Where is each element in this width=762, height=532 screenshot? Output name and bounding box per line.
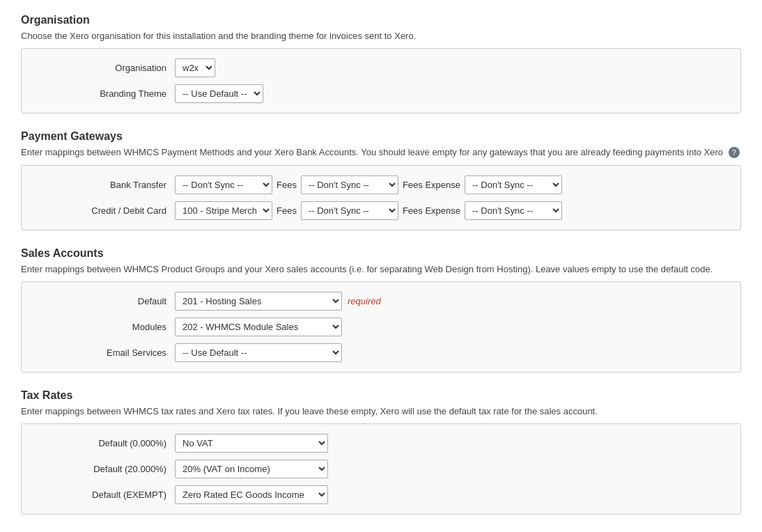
modules-sales-row: Modules 202 - WHMCS Module Sales	[36, 318, 726, 336]
credit-debit-fees-expense-label: Fees Expense	[403, 205, 460, 216]
sales-accounts-section: Sales Accounts Enter mappings between WH…	[21, 247, 741, 373]
organisation-select[interactable]: w2x	[175, 58, 215, 77]
payment-gateways-description: Enter mappings between WHMCS Payment Met…	[21, 147, 741, 158]
required-badge: required	[348, 296, 381, 306]
tax-rates-section: Tax Rates Enter mappings between WHMCS t…	[21, 389, 741, 515]
organisation-row: Organisation w2x	[36, 58, 726, 77]
default-exempt-row: Default (EXEMPT) Zero Rated EC Goods Inc…	[36, 485, 726, 504]
organisation-title: Organisation	[21, 14, 741, 26]
email-services-label: Email Services	[36, 347, 175, 358]
credit-debit-fees-label: Fees	[277, 205, 297, 216]
branding-theme-row: Branding Theme -- Use Default --	[36, 84, 726, 103]
default-exempt-label: Default (EXEMPT)	[36, 490, 175, 500]
default-0-label: Default (0.000%)	[36, 438, 175, 448]
payment-gateways-section: Payment Gateways Enter mappings between …	[21, 130, 741, 230]
credit-debit-account-select[interactable]: 100 - Stripe Mercha...	[175, 201, 272, 220]
branding-theme-label: Branding Theme	[36, 88, 175, 99]
sales-accounts-description: Enter mappings between WHMCS Product Gro…	[21, 264, 741, 274]
bank-transfer-label: Bank Transfer	[36, 180, 175, 190]
modules-sales-label: Modules	[36, 322, 175, 332]
default-sales-select[interactable]: 201 - Hosting Sales	[175, 292, 342, 311]
email-services-select[interactable]: -- Use Default --	[175, 343, 342, 362]
bank-transfer-fees-expense-select[interactable]: -- Don't Sync --	[465, 175, 562, 194]
payment-gateways-title: Payment Gateways	[21, 130, 741, 143]
bank-transfer-account-select[interactable]: -- Don't Sync --	[175, 175, 272, 194]
tax-rates-panel: Default (0.000%) No VAT Default (20.000%…	[21, 423, 741, 515]
email-services-row: Email Services -- Use Default --	[36, 343, 726, 362]
default-sales-row: Default 201 - Hosting Sales required	[36, 292, 726, 311]
payment-gateways-panel: Bank Transfer -- Don't Sync -- Fees -- D…	[21, 165, 741, 230]
default-20-select[interactable]: 20% (VAT on Income)	[175, 460, 328, 478]
default-sales-label: Default	[36, 296, 175, 306]
bank-transfer-fees-expense-label: Fees Expense	[403, 180, 460, 190]
bank-transfer-fees-label: Fees	[277, 180, 297, 190]
default-20-row: Default (20.000%) 20% (VAT on Income)	[36, 460, 726, 478]
credit-debit-fees-expense-select[interactable]: -- Don't Sync --	[465, 201, 562, 220]
modules-sales-select[interactable]: 202 - WHMCS Module Sales	[175, 318, 342, 336]
tax-rates-description: Enter mappings between WHMCS tax rates a…	[21, 406, 741, 416]
bank-transfer-row: Bank Transfer -- Don't Sync -- Fees -- D…	[36, 175, 726, 194]
sales-accounts-panel: Default 201 - Hosting Sales required Mod…	[21, 281, 741, 373]
organisation-description: Choose the Xero organisation for this in…	[21, 31, 741, 41]
organisation-section: Organisation Choose the Xero organisatio…	[21, 14, 741, 114]
credit-debit-fees-select[interactable]: -- Don't Sync --	[301, 201, 398, 220]
branding-theme-select[interactable]: -- Use Default --	[175, 84, 263, 103]
default-0-row: Default (0.000%) No VAT	[36, 434, 726, 453]
organisation-panel: Organisation w2x Branding Theme -- Use D…	[21, 48, 741, 114]
default-0-select[interactable]: No VAT	[175, 434, 328, 453]
default-20-label: Default (20.000%)	[36, 464, 175, 474]
organisation-label: Organisation	[36, 63, 175, 73]
tax-rates-title: Tax Rates	[21, 389, 741, 402]
default-exempt-select[interactable]: Zero Rated EC Goods Income	[175, 485, 328, 504]
sales-accounts-title: Sales Accounts	[21, 247, 741, 260]
credit-debit-label: Credit / Debit Card	[36, 205, 175, 216]
bank-transfer-fees-select[interactable]: -- Don't Sync --	[301, 175, 398, 194]
credit-debit-row: Credit / Debit Card 100 - Stripe Mercha.…	[36, 201, 726, 220]
payment-gateways-help-icon[interactable]: ?	[729, 147, 740, 158]
